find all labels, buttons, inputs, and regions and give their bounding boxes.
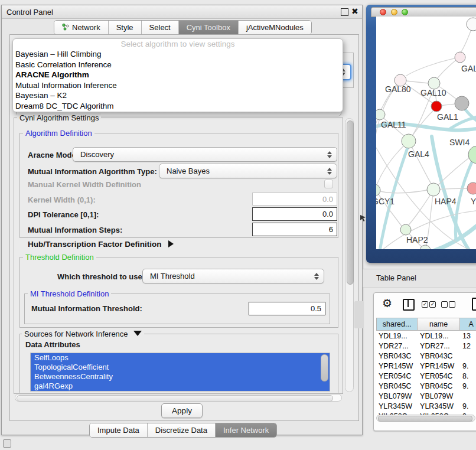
attribute-item[interactable]: SelfLoops [31, 353, 330, 363]
tab-jactivemnodules[interactable]: jActiveMNodules [238, 21, 311, 34]
mi-steps-field[interactable]: 6 [252, 223, 337, 236]
list-scrollbar[interactable] [321, 354, 328, 381]
kernel-width-field[interactable]: 0.0 [252, 193, 337, 206]
table-cell [460, 391, 476, 401]
table-row[interactable]: YBR045CYBR045C9. [376, 381, 476, 391]
node[interactable] [467, 18, 476, 31]
network-view-window[interactable]: GALGAL80GAL10GAL1GAL11GAL4SWI4GCY1HAP4YH… [366, 5, 476, 263]
node-gcy1[interactable] [376, 184, 380, 196]
mi-type-combobox[interactable]: Naive Bayes [159, 164, 337, 178]
unchecked-box-icon[interactable] [441, 301, 448, 308]
algorithm-option[interactable]: Bayesian – Hill Climbing [13, 49, 343, 60]
column-header[interactable]: shared... [376, 318, 418, 331]
table-body: YDL19...YDL19...13YDR27...YDR27...12YBR0… [376, 331, 476, 421]
data-attributes-list[interactable]: SelfLoopsTopologicalCoefficientBetweenne… [30, 353, 330, 392]
float-window-icon[interactable] [341, 8, 348, 16]
node[interactable] [420, 245, 431, 249]
control-panel-tabs: NetworkStyleSelectCyni ToolboxjActiveMNo… [54, 20, 312, 35]
tab-discretize-data[interactable]: Discretize Data [147, 423, 215, 437]
checked-box-icon[interactable]: ✓ [429, 301, 436, 308]
algorithm-option[interactable]: Mutual Information Inference [13, 80, 343, 91]
table-row[interactable]: YDR27...YDR27...12 [376, 341, 476, 351]
network-canvas[interactable]: GALGAL80GAL10GAL1GAL11GAL4SWI4GCY1HAP4YH… [376, 17, 476, 249]
node-gal4[interactable] [402, 134, 416, 148]
node-swi4[interactable] [468, 146, 476, 164]
node-y[interactable] [467, 182, 476, 194]
tab-style[interactable]: Style [108, 21, 141, 34]
dpi-tolerance-field[interactable]: 0.0 [252, 207, 337, 221]
table-cell: YER054C [376, 371, 418, 381]
table-cell: YLR345W [376, 401, 418, 411]
tab-cyni-toolbox[interactable]: Cyni Toolbox [178, 21, 238, 34]
node[interactable] [455, 96, 469, 110]
which-threshold-combobox[interactable]: MI Threshold [142, 269, 324, 283]
mi-steps-value: 6 [329, 225, 333, 234]
table-row[interactable]: YBL079WYBL079W [376, 391, 476, 401]
node-label: GAL80 [385, 84, 411, 94]
panel-divider-grip[interactable] [354, 301, 364, 328]
node-gal1[interactable] [431, 101, 442, 112]
node-label: HAP2 [406, 235, 428, 244]
column-header[interactable]: A [460, 318, 476, 331]
scrollbar-thumb[interactable] [17, 395, 333, 402]
mouse-cursor [360, 215, 366, 222]
zoom-traffic-light-icon[interactable] [402, 9, 408, 15]
table-cell: 8. [460, 371, 476, 381]
popup-placeholder: Select algorithm to view settings [13, 39, 343, 49]
apply-button[interactable]: Apply [161, 403, 203, 418]
expander-arrow-icon [168, 240, 174, 247]
table-row[interactable]: YPR145WYPR145W9. [376, 361, 476, 371]
algorithm-option[interactable]: Bayesian – K2 [13, 90, 343, 101]
algorithm-option[interactable]: ARACNE Algorithm [13, 70, 343, 80]
node-gal10[interactable] [428, 77, 440, 89]
settings-vertical-scrollbar[interactable] [345, 118, 354, 392]
unchecked-box-icon[interactable] [449, 301, 455, 308]
manual-kernel-checkbox[interactable] [324, 180, 333, 188]
network-window-titlebar[interactable] [371, 7, 476, 17]
node-label: SWI4 [449, 138, 470, 147]
tab-impute-data[interactable]: Impute Data [90, 423, 147, 437]
close-traffic-light-icon[interactable] [380, 9, 386, 15]
hub-definition-expander[interactable]: Hub/Transcription Factor Definition [28, 240, 174, 249]
document-icon[interactable] [472, 298, 476, 311]
algorithm-option[interactable]: Dream8 DC_TDC Algorithm [13, 101, 343, 112]
split-panes-icon[interactable] [403, 299, 415, 311]
data-attributes-label: Data Attributes [25, 340, 80, 349]
attribute-item[interactable]: BetweennessCentrality [31, 372, 330, 381]
table-row[interactable]: YDL19...YDL19...13 [376, 331, 476, 341]
tab-label: Select [149, 23, 171, 32]
table-row[interactable]: YLR345WYLR345W9. [376, 401, 476, 411]
column-header[interactable]: name [418, 318, 460, 331]
sources-group-title[interactable]: Sources for Network Inference [22, 330, 144, 338]
minimize-traffic-light-icon[interactable] [391, 9, 397, 15]
node-table[interactable]: shared...nameA YDL19...YDL19...13YDR27..… [376, 318, 476, 421]
node-gal11[interactable] [376, 109, 385, 120]
table-panel-header[interactable]: Table Panel [363, 269, 476, 288]
table-cell: YDR27... [376, 341, 418, 351]
table-row[interactable]: YBR043CYBR043C [376, 351, 476, 361]
collapsed-panel-icon[interactable] [3, 439, 11, 448]
gear-icon[interactable]: ⚙ [382, 298, 392, 309]
settings-horizontal-scrollbar[interactable] [15, 394, 342, 402]
node-gal[interactable] [455, 52, 465, 63]
table-row[interactable]: YER054CYER054C8. [376, 371, 476, 381]
control-panel-titlebar[interactable]: Control Panel ✖ [2, 5, 362, 19]
node-label: GAL4 [408, 149, 429, 159]
tab-select[interactable]: Select [141, 21, 178, 34]
dpi-tolerance-label: DPI Tolerance [0,1]: [28, 210, 99, 219]
algorithm-option[interactable]: Basic Correlation Inference [13, 60, 343, 70]
table-horizontal-scrollbar[interactable] [376, 415, 475, 422]
aracne-mode-combobox[interactable]: Discovery [73, 147, 337, 162]
node-hap4[interactable] [427, 183, 440, 196]
mi-threshold-field[interactable]: 0.5 [249, 302, 325, 315]
node-hap2[interactable] [400, 224, 411, 235]
table-cell: YPR145W [376, 361, 418, 371]
attribute-item[interactable]: gal4RGexp [31, 381, 330, 391]
scrollbar-thumb[interactable] [347, 120, 354, 285]
tab-infer-network[interactable]: Infer Network [215, 423, 276, 437]
scrollbar-thumb[interactable] [378, 416, 472, 422]
attribute-item[interactable]: TopologicalCoefficient [31, 363, 330, 372]
tab-network[interactable]: Network [54, 21, 108, 34]
close-icon[interactable]: ✖ [351, 6, 358, 16]
checked-box-icon[interactable]: ✓ [422, 301, 428, 308]
